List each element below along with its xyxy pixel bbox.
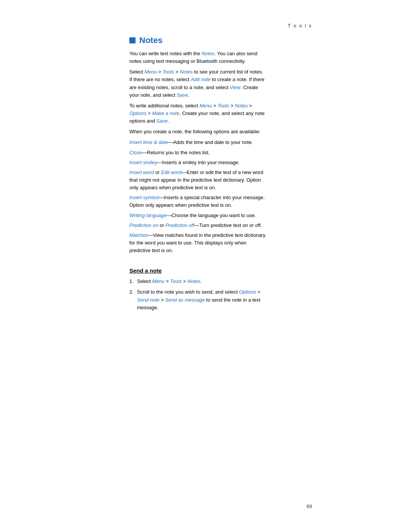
para2-notes: Notes bbox=[180, 69, 193, 75]
para3-mid1: > bbox=[212, 103, 218, 109]
option-matches: Matches—View matches found in the predic… bbox=[129, 232, 266, 254]
step-1-number: 1. bbox=[129, 278, 137, 285]
option-insert-symbol: Insert symbol—Inserts a special characte… bbox=[129, 194, 266, 209]
para2-menu: Menu bbox=[145, 69, 157, 75]
page-number: 69 bbox=[307, 503, 312, 509]
send-note-steps: 1. Select Menu > Tools > Notes. 2. Scrol… bbox=[129, 278, 266, 312]
para3-end: . bbox=[167, 118, 169, 124]
send-note-heading: Send a note bbox=[129, 267, 266, 274]
option-insert-word-link: Insert word bbox=[129, 169, 154, 175]
para2-save: Save bbox=[177, 92, 188, 98]
option-edit-word-link: Edit word bbox=[161, 169, 182, 175]
para2-end: . bbox=[188, 92, 190, 98]
option-prediction: Prediction on or Prediction off—Turn pre… bbox=[129, 222, 266, 229]
notes-section-heading: Notes bbox=[129, 35, 266, 45]
step2-send-note: Send note bbox=[137, 297, 159, 303]
option-writing-language: Writing language—Choose the language you… bbox=[129, 212, 266, 219]
tools-label: T o o l s bbox=[0, 23, 411, 29]
para2-view: View bbox=[230, 85, 241, 90]
heading-square-icon bbox=[129, 37, 135, 43]
notes-para-2: Select Menu > Tools > Notes to see your … bbox=[129, 68, 266, 99]
options-intro: When you create a note, the following op… bbox=[129, 128, 266, 136]
para3-mid2: > bbox=[229, 103, 235, 109]
step1-tools: Tools bbox=[170, 278, 182, 284]
para2-pre: Select bbox=[129, 69, 145, 75]
para3-mid4: > bbox=[147, 110, 152, 116]
option-insert-time: Insert time & date—Adds the time and dat… bbox=[129, 139, 266, 146]
para2-addnote: Add note bbox=[191, 77, 210, 82]
option-insert-word-or: or bbox=[154, 169, 161, 175]
page-container: T o o l s Notes You can write text notes… bbox=[0, 0, 411, 532]
notes-link-1: Notes bbox=[202, 51, 215, 56]
para2-mid1: > bbox=[157, 69, 162, 75]
notes-intro-para: You can write text notes with the Notes.… bbox=[129, 50, 266, 65]
step1-pre: Select bbox=[137, 278, 152, 284]
para2-tools: Tools bbox=[162, 69, 174, 75]
option-insert-time-link: Insert time & date bbox=[129, 139, 168, 145]
para3-options: Options bbox=[129, 110, 147, 116]
option-close-text: —Returns you to the notes list. bbox=[142, 150, 210, 155]
step-2-content: Scroll to the note you wish to send, and… bbox=[137, 288, 266, 311]
option-insert-smiley-link: Insert smiley bbox=[129, 160, 157, 165]
step-1-content: Select Menu > Tools > Notes. bbox=[137, 278, 266, 285]
step1-mid1: > bbox=[164, 278, 170, 284]
option-close: Close—Returns you to the notes list. bbox=[129, 149, 266, 157]
step1-menu: Menu bbox=[152, 278, 165, 284]
step2-mid2: > bbox=[159, 297, 165, 303]
content-area: Notes You can write text notes with the … bbox=[129, 35, 266, 312]
option-insert-time-text: —Adds the time and date to your note. bbox=[168, 139, 253, 145]
step-1: 1. Select Menu > Tools > Notes. bbox=[129, 278, 266, 285]
step-2: 2. Scroll to the note you wish to send, … bbox=[129, 288, 266, 311]
para3-save: Save bbox=[156, 118, 168, 124]
para3-menu: Menu bbox=[199, 103, 212, 109]
notes-para-3: To write additional notes, select Menu >… bbox=[129, 102, 266, 125]
para3-makenote: Make a note bbox=[152, 110, 180, 116]
step1-mid2: > bbox=[182, 278, 188, 284]
option-prediction-text: —Turn predictive text on or off. bbox=[194, 222, 262, 228]
notes-heading-text: Notes bbox=[139, 35, 162, 45]
option-close-link: Close bbox=[129, 150, 142, 155]
step1-notes: Notes bbox=[188, 278, 201, 284]
option-insert-word: Insert word or Edit word—Enter or edit t… bbox=[129, 169, 266, 192]
para3-tools: Tools bbox=[218, 103, 229, 109]
option-prediction-on-link: Prediction on bbox=[129, 222, 158, 228]
step1-end: . bbox=[201, 278, 202, 284]
option-insert-symbol-link: Insert symbol bbox=[129, 195, 159, 200]
step2-mid1: > bbox=[256, 289, 260, 295]
option-insert-smiley-text: —Inserts a smiley into your message. bbox=[157, 160, 240, 165]
option-insert-smiley: Insert smiley—Inserts a smiley into your… bbox=[129, 159, 266, 166]
para3-mid3: > bbox=[248, 103, 252, 109]
option-matches-text: —View matches found in the predictive te… bbox=[129, 232, 265, 253]
option-writing-language-text: —Choose the language you want to use. bbox=[167, 212, 256, 218]
step2-pre: Scroll to the note you wish to send, and… bbox=[137, 289, 239, 295]
step2-options: Options bbox=[239, 289, 256, 295]
option-writing-language-link: Writing language bbox=[129, 212, 167, 218]
step2-send-as-message: Send as message bbox=[165, 297, 205, 303]
para3-pre: To write additional notes, select bbox=[129, 103, 199, 109]
para3-notes: Notes bbox=[235, 103, 248, 109]
option-matches-link: Matches bbox=[129, 232, 148, 238]
option-prediction-off-link: Prediction off bbox=[166, 222, 194, 228]
step-2-number: 2. bbox=[129, 288, 137, 296]
intro-text-1: You can write text notes with the bbox=[129, 51, 202, 56]
para2-mid2: > bbox=[174, 69, 180, 75]
option-prediction-or: or bbox=[158, 222, 166, 228]
